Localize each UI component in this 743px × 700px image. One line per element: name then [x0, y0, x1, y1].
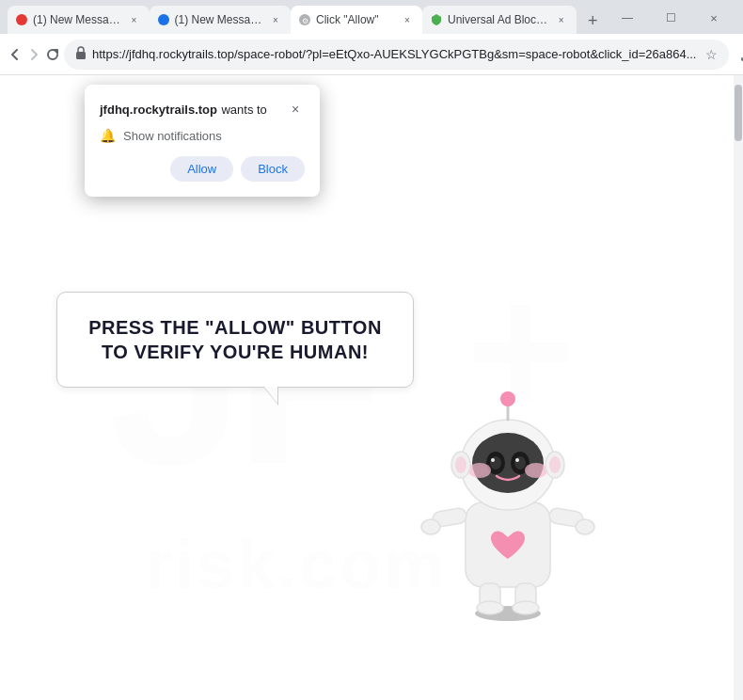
tab-1-close[interactable]: ×	[127, 12, 142, 27]
bell-icon: 🔔	[100, 128, 116, 143]
forward-button[interactable]	[26, 40, 41, 70]
svg-rect-4	[76, 52, 86, 59]
svg-point-22	[515, 458, 519, 462]
svg-point-19	[490, 456, 501, 469]
popup-header: jfdhq.rockytrails.top wants to ×	[100, 100, 305, 119]
tab-3-favicon: ⚙	[298, 13, 311, 26]
svg-point-34	[576, 519, 594, 534]
tab-4-favicon	[430, 13, 443, 26]
tab-1[interactable]: (1) New Message! ×	[8, 6, 150, 34]
tab-bar: (1) New Message! × (1) New Message! × ⚙ …	[0, 0, 743, 34]
popup-close-button[interactable]: ×	[286, 100, 305, 119]
svg-point-0	[16, 14, 27, 25]
svg-point-16	[472, 433, 544, 493]
svg-point-1	[158, 14, 169, 25]
block-button[interactable]: Block	[241, 156, 305, 182]
tab-2-close[interactable]: ×	[268, 12, 283, 27]
svg-point-37	[477, 601, 503, 614]
minimize-button[interactable]: —	[606, 4, 649, 32]
popup-wants: wants to	[221, 103, 266, 117]
svg-point-30	[549, 456, 561, 473]
robot-svg	[414, 361, 602, 625]
popup-notification-label: Show notifications	[123, 129, 222, 143]
popup-domain: jfdhq.rockytrails.top	[100, 103, 217, 117]
notification-popup: jfdhq.rockytrails.top wants to × 🔔 Show …	[85, 85, 320, 197]
scrollbar[interactable]	[734, 75, 743, 700]
reload-button[interactable]	[45, 40, 60, 70]
tab-1-favicon	[15, 13, 28, 26]
new-tab-button[interactable]: +	[580, 8, 606, 34]
lock-icon	[75, 46, 87, 62]
svg-point-26	[500, 391, 515, 406]
svg-point-29	[455, 456, 466, 473]
svg-point-23	[468, 463, 491, 478]
tab-3-title: Click "Allow"	[316, 13, 395, 26]
svg-point-24	[525, 463, 547, 478]
back-button[interactable]	[8, 40, 23, 70]
download-button[interactable]	[733, 40, 743, 70]
popup-domain-text: jfdhq.rockytrails.top wants to	[100, 101, 267, 118]
browser-frame: (1) New Message! × (1) New Message! × ⚙ …	[0, 0, 743, 700]
tab-4[interactable]: Universal Ad Blocker ×	[422, 6, 577, 34]
svg-point-33	[421, 519, 440, 534]
tab-2-favicon	[157, 13, 170, 26]
content-area: JF + risk.com jfdhq.rockytrails.top want…	[0, 75, 743, 700]
scrollbar-thumb[interactable]	[735, 85, 742, 141]
tab-2-title: (1) New Message!	[175, 13, 264, 26]
toolbar: https://jfdhq.rockytrails.top/space-robo…	[0, 34, 743, 75]
svg-point-38	[513, 601, 539, 614]
tab-2[interactable]: (1) New Message! ×	[150, 6, 292, 34]
speech-area: PRESS THE "ALLOW" BUTTON TO VERIFY YOU'R…	[56, 292, 414, 388]
maximize-button[interactable]: ☐	[649, 4, 692, 32]
allow-button[interactable]: Allow	[170, 156, 233, 182]
popup-buttons: Allow Block	[100, 156, 305, 182]
tab-3[interactable]: ⚙ Click "Allow" ×	[291, 6, 422, 34]
bookmark-icon[interactable]: ☆	[705, 47, 718, 62]
address-bar[interactable]: https://jfdhq.rockytrails.top/space-robo…	[64, 40, 729, 70]
svg-point-21	[491, 458, 495, 462]
popup-notification-row: 🔔 Show notifications	[100, 128, 305, 143]
tab-1-title: (1) New Message!	[33, 13, 122, 26]
svg-point-20	[514, 456, 526, 469]
tab-3-close[interactable]: ×	[400, 12, 415, 27]
close-window-button[interactable]: ×	[692, 4, 735, 32]
svg-text:⚙: ⚙	[302, 17, 308, 25]
address-text: https://jfdhq.rockytrails.top/space-robo…	[92, 47, 696, 61]
robot-character	[414, 361, 602, 625]
toolbar-right	[733, 40, 743, 70]
speech-bubble: PRESS THE "ALLOW" BUTTON TO VERIFY YOU'R…	[56, 292, 414, 388]
speech-text: PRESS THE "ALLOW" BUTTON TO VERIFY YOU'R…	[88, 317, 382, 362]
tab-4-close[interactable]: ×	[554, 12, 569, 27]
tab-4-title: Universal Ad Blocker	[448, 13, 549, 26]
svg-text:risk.com: risk.com	[146, 527, 447, 602]
